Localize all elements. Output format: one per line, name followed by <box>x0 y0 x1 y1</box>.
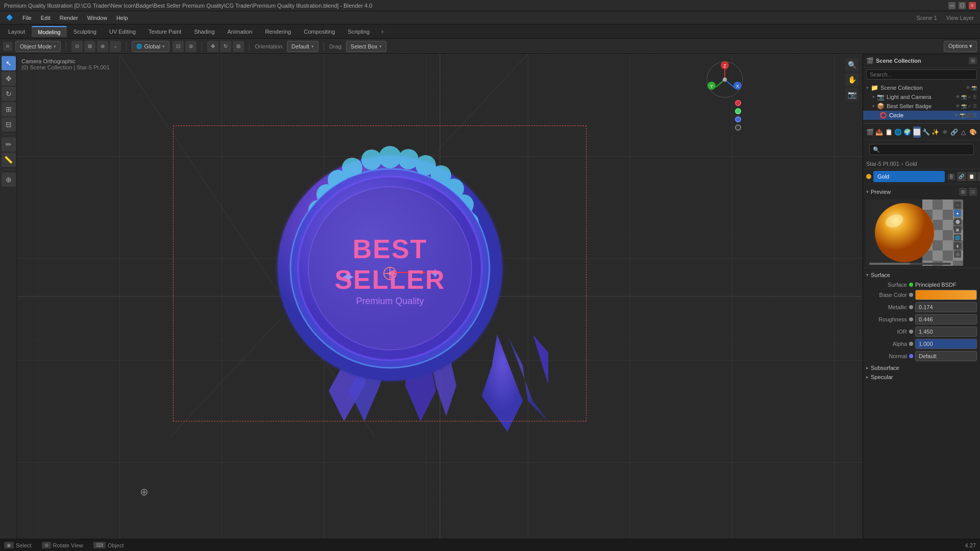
close-button[interactable]: ✕ <box>969 2 976 9</box>
tab-uv-editing[interactable]: UV Editing <box>103 27 142 37</box>
tool-rotate[interactable]: ↻ <box>2 87 16 101</box>
preview-icon-2[interactable]: ● <box>954 210 961 217</box>
rotate-icon[interactable]: ↻ <box>220 41 231 52</box>
specular-header[interactable]: ▸ Specular <box>866 372 977 382</box>
physics-props-icon[interactable]: ⚛ <box>941 127 949 138</box>
object-props-icon[interactable]: ⬜ <box>913 127 921 138</box>
render-icon[interactable]: 📸 <box>961 94 967 99</box>
menu-blender[interactable]: 🔷 <box>2 13 17 22</box>
modifier-props-icon[interactable]: 🔧 <box>922 127 930 138</box>
material-props-icon[interactable]: 🎨 <box>969 127 977 138</box>
particles-props-icon[interactable]: ✨ <box>932 127 939 138</box>
subsurface-header[interactable]: ▸ Subsurface <box>866 363 977 372</box>
tool-transform[interactable]: ⊟ <box>2 117 16 132</box>
data-props-icon[interactable]: △ <box>960 127 967 138</box>
preview-icon-6[interactable]: ⧫ <box>954 242 961 249</box>
menu-window[interactable]: Window <box>83 14 111 22</box>
material-remove-icon[interactable]: ✕ <box>977 172 980 181</box>
tool-move[interactable]: ✥ <box>2 71 16 86</box>
tab-texture-paint[interactable]: Texture Paint <box>142 27 187 37</box>
principled-bsdf-label[interactable]: Principled BSDF <box>915 282 977 288</box>
menu-edit[interactable]: Edit <box>37 14 55 22</box>
hand-btn[interactable]: ✋ <box>845 73 859 86</box>
render-props-icon[interactable]: 🎬 <box>866 127 874 138</box>
viewport-mode-icon[interactable]: ⧈ <box>3 42 12 51</box>
tab-scripting[interactable]: Scripting <box>341 27 376 37</box>
material-name-input[interactable] <box>873 171 945 182</box>
menu-render[interactable]: Render <box>56 14 82 22</box>
tool-icon-4[interactable]: ⬦ <box>110 41 121 52</box>
tool-icon-3[interactable]: ⊕ <box>97 41 108 52</box>
exclude-icon[interactable]: ✓ <box>968 104 972 109</box>
visibility-icon[interactable]: 👁 <box>955 94 960 99</box>
tab-sculpting[interactable]: Sculpting <box>67 27 103 37</box>
visibility-icon[interactable]: 👁 <box>966 85 970 90</box>
scale-icon[interactable]: ⊞ <box>233 41 244 52</box>
orientation-dropdown[interactable]: Default ▾ <box>287 41 318 52</box>
outliner-search[interactable] <box>866 69 977 80</box>
tool-add[interactable]: ⊕ <box>2 172 16 187</box>
tool-annotate[interactable]: ✏ <box>2 137 16 152</box>
metallic-value[interactable]: 0.174 <box>915 302 977 312</box>
snap-icon[interactable]: ⊡ <box>173 41 184 52</box>
preview-flat-icon[interactable]: □ <box>969 188 977 196</box>
output-props-icon[interactable]: 📤 <box>875 127 883 138</box>
menu-file[interactable]: File <box>18 14 36 22</box>
outliner-item-circle[interactable]: ⭕ Circle 👁 📸 🎥 ☰ <box>863 111 980 120</box>
roughness-value[interactable]: 0.446 <box>915 314 977 324</box>
global-dropdown[interactable]: 🌐 Global ▾ <box>132 41 169 52</box>
zoom-in-btn[interactable]: 🔍 <box>845 58 859 71</box>
select-dropdown[interactable]: Select Box ▾ <box>346 41 387 52</box>
add-workspace-button[interactable]: + <box>376 26 388 38</box>
proportional-icon[interactable]: ⊚ <box>185 41 197 52</box>
tool-cursor[interactable]: ↖ <box>2 56 16 70</box>
material-copy-icon[interactable]: 📋 <box>967 172 976 181</box>
camera-btn[interactable]: 📷 <box>845 88 859 101</box>
options-dropdown[interactable]: Options ▾ <box>944 41 977 52</box>
preview-icon-3[interactable]: ⬤ <box>954 218 961 225</box>
outliner-item-scene-collection[interactable]: ▾ 📁 Scene Collection 👁 📸 <box>863 83 980 92</box>
properties-search[interactable] <box>869 144 974 155</box>
holdout-icon[interactable]: ☰ <box>973 104 977 109</box>
tool-icon-2[interactable]: ⊞ <box>84 41 95 52</box>
scene-props-icon[interactable]: 🌐 <box>894 127 902 138</box>
tool-icon-1[interactable]: ⊙ <box>71 41 83 52</box>
world-props-icon[interactable]: 🌍 <box>903 127 911 138</box>
preview-sphere-icon[interactable]: ⊙ <box>959 188 967 196</box>
minimize-button[interactable]: — <box>948 2 955 9</box>
camera-icon[interactable]: 🎥 <box>966 113 972 118</box>
alpha-value[interactable]: 1.000 <box>915 339 977 349</box>
ior-value[interactable]: 1.450 <box>915 327 977 337</box>
tab-layout[interactable]: Layout <box>2 27 31 37</box>
outliner-filter-btn[interactable]: ⊞ <box>969 57 977 64</box>
preview-icon-7[interactable]: ◎ <box>954 251 961 258</box>
visibility-icon[interactable]: 👁 <box>955 104 960 109</box>
move-icon[interactable]: ✥ <box>207 41 218 52</box>
menu-help[interactable]: Help <box>112 14 132 22</box>
tab-animation[interactable]: Animation <box>222 27 259 37</box>
tab-compositing[interactable]: Compositing <box>298 27 341 37</box>
view-layer-btn[interactable]: View Layer <box>942 15 978 21</box>
outliner-item-light-camera[interactable]: ▾ 📷 Light and Camera 👁 📸 ✓ ☰ <box>863 92 980 102</box>
tool-measure[interactable]: 📏 <box>2 153 16 167</box>
visibility-icon[interactable]: 👁 <box>954 113 959 118</box>
holdout-icon[interactable]: ☰ <box>973 113 977 118</box>
base-color-swatch[interactable] <box>915 290 977 300</box>
outliner-item-badge[interactable]: ▾ 📦 Best Seller Badge 👁 📸 ✓ ☰ <box>863 102 980 111</box>
render-icon[interactable]: 📸 <box>960 113 965 118</box>
tab-rendering[interactable]: Rendering <box>259 27 297 37</box>
view-layer-props-icon[interactable]: 📋 <box>885 127 893 138</box>
surface-header[interactable]: ▾ Surface <box>866 270 977 280</box>
preview-header[interactable]: ▾ Preview ⊙ □ <box>866 186 977 197</box>
preview-icon-4[interactable]: ▣ <box>954 226 961 233</box>
viewport-3d[interactable]: Camera Orthographic (0) Scene Collection… <box>17 54 863 539</box>
preview-slider-handle[interactable] <box>869 263 910 265</box>
tab-modeling[interactable]: Modeling <box>32 26 67 37</box>
maximize-button[interactable]: ☐ <box>959 2 966 9</box>
tool-scale[interactable]: ⊞ <box>2 102 16 116</box>
exclude-icon[interactable]: ✓ <box>968 94 972 99</box>
object-mode-dropdown[interactable]: Object Mode ▾ <box>15 41 61 52</box>
constraints-props-icon[interactable]: 🔗 <box>950 127 958 138</box>
render-icon[interactable]: 📸 <box>961 104 967 109</box>
material-link-icon[interactable]: 🔗 <box>957 172 966 181</box>
